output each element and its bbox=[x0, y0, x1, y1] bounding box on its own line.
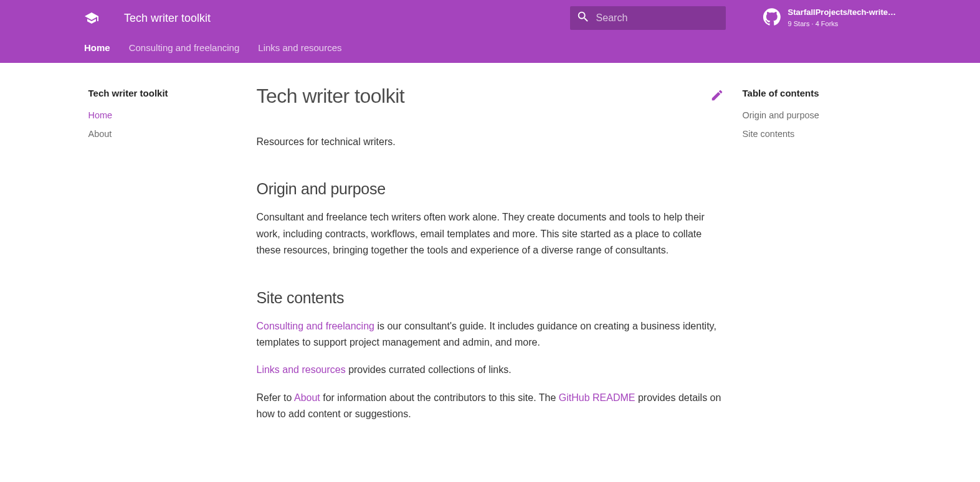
tab-consulting[interactable]: Consulting and freelancing bbox=[129, 32, 240, 63]
paragraph-origin: Consultant and freelance tech writers of… bbox=[257, 209, 724, 258]
link-consulting[interactable]: Consulting and freelancing bbox=[257, 321, 374, 331]
toc: Table of contents Origin and purpose Sit… bbox=[743, 63, 892, 423]
toc-title: Table of contents bbox=[743, 88, 892, 98]
toc-nav: Origin and purpose Site contents bbox=[743, 106, 892, 143]
repo-stats: 9 Stars · 4 Forks bbox=[788, 19, 896, 28]
repo-name: StarfallProjects/tech-write… bbox=[788, 7, 896, 18]
search-input[interactable] bbox=[596, 12, 720, 24]
heading-origin: Origin and purpose bbox=[257, 180, 724, 198]
sidebar-nav: Home About bbox=[88, 106, 238, 143]
edit-icon[interactable] bbox=[710, 88, 724, 105]
text-links-rest: provides currated collections of links. bbox=[346, 364, 511, 375]
paragraph-refer: Refer to About for information about the… bbox=[257, 390, 724, 423]
search-icon bbox=[576, 10, 590, 26]
link-about[interactable]: About bbox=[294, 392, 320, 403]
toc-item-origin[interactable]: Origin and purpose bbox=[743, 106, 892, 125]
main-content: Tech writer toolkit Resources for techni… bbox=[257, 63, 724, 423]
page-title: Tech writer toolkit bbox=[257, 85, 405, 108]
text-refer-mid: for information about the contributors t… bbox=[320, 392, 559, 403]
paragraph-links: Links and resources provides currated co… bbox=[257, 362, 724, 378]
header-top: Tech writer toolkit StarfallProjects/tec… bbox=[0, 0, 980, 32]
site-title[interactable]: Tech writer toolkit bbox=[124, 12, 211, 25]
sidebar-item-home[interactable]: Home bbox=[88, 106, 238, 125]
school-cap-icon bbox=[84, 11, 99, 26]
github-icon bbox=[763, 8, 781, 28]
repo-link[interactable]: StarfallProjects/tech-write… 9 Stars · 4… bbox=[763, 7, 896, 28]
tab-home[interactable]: Home bbox=[84, 32, 110, 63]
link-links-resources[interactable]: Links and resources bbox=[257, 364, 346, 375]
text-refer-pre: Refer to bbox=[257, 392, 294, 403]
header-tabs: Home Consulting and freelancing Links an… bbox=[0, 32, 980, 63]
repo-text: StarfallProjects/tech-write… 9 Stars · 4… bbox=[788, 7, 896, 28]
tab-links[interactable]: Links and resources bbox=[258, 32, 341, 63]
heading-site-contents: Site contents bbox=[257, 289, 724, 307]
search-box[interactable] bbox=[570, 6, 726, 30]
link-readme[interactable]: GitHub README bbox=[559, 392, 635, 403]
sidebar-title: Tech writer toolkit bbox=[88, 88, 238, 98]
paragraph-consulting: Consulting and freelancing is our consul… bbox=[257, 318, 724, 351]
header: Tech writer toolkit StarfallProjects/tec… bbox=[0, 0, 980, 63]
intro-text: Resources for technical writers. bbox=[257, 134, 724, 150]
sidebar: Tech writer toolkit Home About bbox=[88, 63, 238, 423]
sidebar-item-about[interactable]: About bbox=[88, 125, 238, 143]
toc-item-site[interactable]: Site contents bbox=[743, 125, 892, 143]
